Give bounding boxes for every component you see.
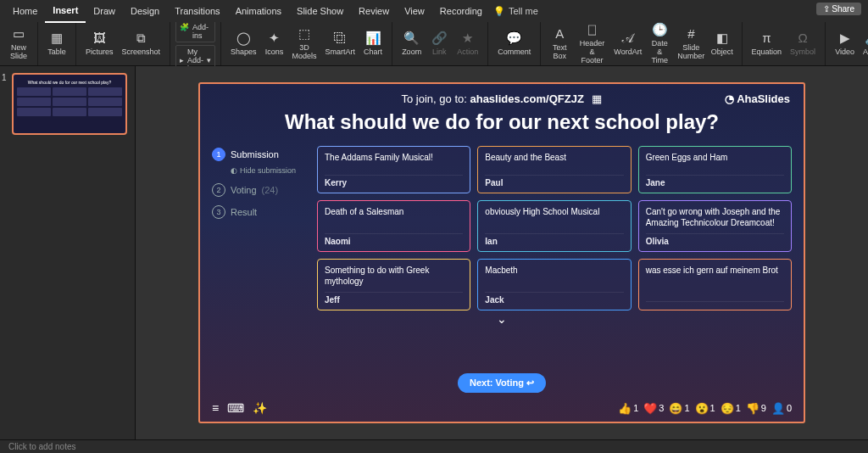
step-submission[interactable]: 1 Submission xyxy=(212,148,305,161)
reaction-laugh[interactable]: 😄1 xyxy=(669,402,689,415)
symbol-icon: Ω xyxy=(795,31,810,46)
step-submission-label: Submission xyxy=(231,149,279,159)
share-button[interactable]: ⇪ Share xyxy=(816,3,861,15)
reaction-dislike[interactable]: 👎9 xyxy=(746,402,766,415)
datetime-button[interactable]: 🕒Date & Time xyxy=(645,20,675,67)
icons-button[interactable]: ✦Icons xyxy=(261,29,288,59)
tab-draw[interactable]: Draw xyxy=(86,0,123,22)
comment-button[interactable]: 💬Comment xyxy=(493,29,535,59)
tab-recording[interactable]: Recording xyxy=(432,0,490,22)
video-button[interactable]: ▶Video xyxy=(831,29,859,59)
chevron-down-icon: ▾ xyxy=(207,56,211,64)
tab-insert[interactable]: Insert xyxy=(45,0,86,23)
tab-animations[interactable]: Animations xyxy=(228,0,289,22)
submission-card[interactable]: Death of a SalesmanNaomi xyxy=(317,200,470,252)
main-area: 1 What should we do for our next school … xyxy=(0,66,868,439)
submission-card[interactable]: Something to do with Greek mythologyJeff xyxy=(317,259,470,310)
like-icon: 👍 xyxy=(618,402,632,415)
ribbon: ▭New Slide ▦Table 🖼Pictures ⧉Screenshot … xyxy=(0,22,868,66)
menu-icon[interactable]: ≡ xyxy=(212,401,219,415)
textbox-button[interactable]: AText Box xyxy=(546,25,573,63)
slidenumber-button[interactable]: #Slide Number xyxy=(675,25,708,63)
equation-label: Equation xyxy=(752,48,782,57)
hide-submission-label: Hide submission xyxy=(240,166,296,175)
screenshot-button[interactable]: ⧉Screenshot xyxy=(118,29,165,59)
equation-button[interactable]: πEquation xyxy=(748,29,787,59)
submission-card[interactable]: was esse ich gern auf meinem Brot xyxy=(638,259,792,310)
3d-models-button[interactable]: ⬚3D Models xyxy=(288,25,321,63)
hide-submission-toggle[interactable]: ◐ Hide submission xyxy=(231,166,305,175)
reaction-heart[interactable]: ❤️3 xyxy=(643,402,664,415)
card-author: Jack xyxy=(485,292,623,305)
object-icon: ◧ xyxy=(715,31,730,46)
submission-card[interactable]: MacbethJack xyxy=(477,259,631,310)
audio-button[interactable]: 🔊Audio xyxy=(859,29,868,59)
reaction-like[interactable]: 👍1 xyxy=(618,402,638,415)
step-result-label: Result xyxy=(231,207,257,217)
card-author: Kerry xyxy=(325,175,463,187)
header-footer-label: Header & Footer xyxy=(577,40,607,65)
submission-card[interactable]: Green Eggs and HamJane xyxy=(638,146,792,193)
object-button[interactable]: ◧Object xyxy=(708,29,737,59)
reaction-wow[interactable]: 😮1 xyxy=(695,402,715,415)
smartart-label: SmartArt xyxy=(326,48,356,57)
smartart-button[interactable]: ⿻SmartArt xyxy=(321,29,360,59)
action-button: ★Action xyxy=(453,29,482,59)
submission-card[interactable]: Can't go wrong with Joseph and the Amazi… xyxy=(638,200,792,252)
submission-card[interactable]: The Addams Family Musical!Kerry xyxy=(317,146,470,193)
thumb-preview: What should we do for our next school pl… xyxy=(12,73,127,135)
card-text: The Addams Family Musical! xyxy=(325,152,463,163)
confetti-icon[interactable]: ✨ xyxy=(253,401,267,415)
keyboard-icon[interactable]: ⌨ xyxy=(227,401,244,415)
expand-chevron[interactable]: ⌄ xyxy=(212,312,792,326)
tab-home[interactable]: Home xyxy=(5,0,45,22)
step-result[interactable]: 3 Result xyxy=(212,205,305,219)
header-footer-button[interactable]: ⎕Header & Footer xyxy=(573,20,611,67)
reaction-sad[interactable]: 😔1 xyxy=(721,402,741,415)
card-author: Jeff xyxy=(325,292,463,305)
new-slide-button[interactable]: ▭New Slide xyxy=(5,25,32,63)
tab-review[interactable]: Review xyxy=(351,0,397,22)
slide-thumbnail-1[interactable]: 1 What should we do for our next school … xyxy=(3,73,131,135)
chart-button[interactable]: 📊Chart xyxy=(359,29,387,59)
shapes-button[interactable]: ◯Shapes xyxy=(226,29,261,59)
shapes-icon: ◯ xyxy=(236,31,251,46)
person-count: 0 xyxy=(787,403,792,413)
pictures-button[interactable]: 🖼Pictures xyxy=(81,29,118,59)
tell-me[interactable]: 💡 Tell me xyxy=(493,6,538,17)
next-voting-button[interactable]: Next: Voting ↩ xyxy=(458,373,546,393)
step-voting[interactable]: 2 Voting (24) xyxy=(212,183,305,197)
slide-canvas[interactable]: To join, go to: ahaslides.com/QFZJZ ▦ ◔ … xyxy=(136,66,868,439)
slidenumber-icon: # xyxy=(683,26,698,42)
table-button[interactable]: ▦Table xyxy=(43,29,70,59)
slide-panel[interactable]: 1 What should we do for our next school … xyxy=(0,66,136,439)
menu-bar: Home Insert Draw Design Transitions Anim… xyxy=(0,0,868,22)
wordart-label: WordArt xyxy=(614,48,642,57)
submission-card[interactable]: obviously High School MusicalIan xyxy=(477,200,631,252)
bulb-icon: 💡 xyxy=(493,6,505,17)
chart-icon: 📊 xyxy=(365,31,381,46)
tab-view[interactable]: View xyxy=(397,0,432,22)
participants-count[interactable]: 👤0 xyxy=(771,402,792,415)
person-icon: 👤 xyxy=(771,402,785,415)
step-voting-label: Voting xyxy=(231,185,257,195)
card-text: Can't go wrong with Joseph and the Amazi… xyxy=(646,206,784,228)
tab-design[interactable]: Design xyxy=(123,0,167,22)
slide-content[interactable]: To join, go to: ahaslides.com/QFZJZ ▦ ◔ … xyxy=(198,82,805,423)
wordart-button[interactable]: 𝒜WordArt xyxy=(611,29,645,59)
join-prefix: To join, go to: xyxy=(402,92,470,105)
question-title: What should we do for our next school pl… xyxy=(212,110,792,134)
zoom-button[interactable]: 🔍Zoom xyxy=(398,29,426,59)
qr-icon: ▦ xyxy=(592,92,602,105)
thumb-number: 1 xyxy=(2,73,7,82)
datetime-label: Date & Time xyxy=(649,40,670,65)
zoom-label: Zoom xyxy=(402,48,421,57)
submission-card[interactable]: Beauty and the BeastPaul xyxy=(477,146,631,193)
step-3-number: 3 xyxy=(212,205,225,219)
logo-icon: ◔ xyxy=(725,92,737,105)
step-1-number: 1 xyxy=(212,148,225,161)
tab-transitions[interactable]: Transitions xyxy=(167,0,227,22)
tab-slideshow[interactable]: Slide Show xyxy=(289,0,351,22)
arrow-right-icon: ↩ xyxy=(526,378,534,388)
notes-pane[interactable]: Click to add notes xyxy=(0,439,868,453)
